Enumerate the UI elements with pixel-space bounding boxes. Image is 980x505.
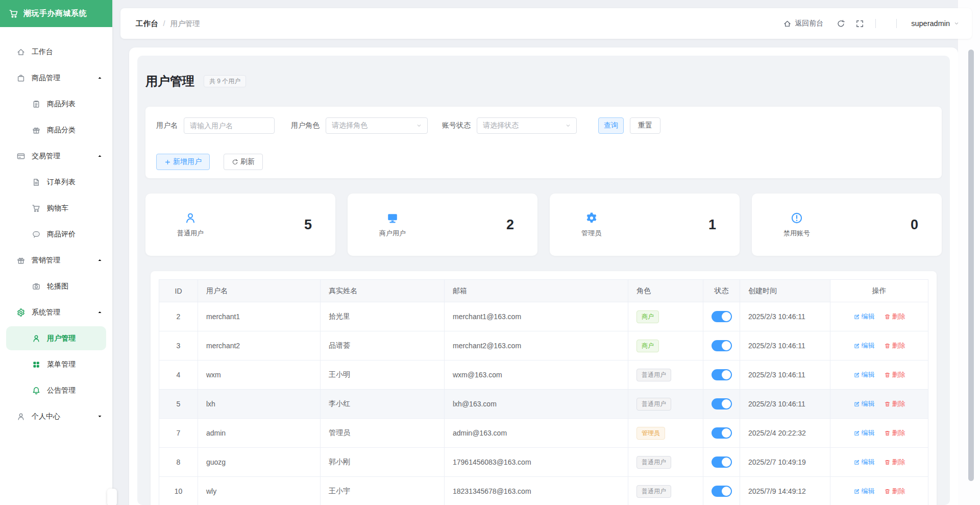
cart-icon [32,204,41,213]
delete-button[interactable]: 删除 [884,487,905,496]
sidebar-item-label: 购物车 [47,204,103,213]
user-menu[interactable]: superadmin [911,19,960,28]
stat-label: 商户用户 [379,229,406,238]
edit-button[interactable]: 编辑 [853,370,875,379]
gift-icon [32,126,41,135]
sidebar-item-menu-management[interactable]: 菜单管理 [0,351,112,377]
sidebar-menu: 工作台商品管理商品列表商品分类交易管理订单列表购物车商品评价营销管理轮播图系统管… [0,27,112,429]
column-header-actions: 操作 [830,280,928,302]
status-toggle[interactable] [712,369,732,380]
chevron-up-icon [96,257,103,263]
sidebar-item-label: 商品评价 [47,230,103,239]
edit-button[interactable]: 编辑 [853,341,875,350]
username-label: superadmin [911,19,950,28]
sidebar-item-marketing-management[interactable]: 营销管理 [0,247,112,273]
status-toggle[interactable] [712,311,732,322]
sidebar-item-product-category[interactable]: 商品分类 [0,117,112,143]
status-toggle[interactable] [712,398,732,410]
status-toggle[interactable] [712,486,732,497]
delete-button[interactable]: 删除 [884,428,905,438]
delete-button[interactable]: 删除 [884,370,905,379]
sidebar-item-label: 用户管理 [47,334,97,343]
status-toggle[interactable] [712,456,732,468]
sidebar-collapse-handle[interactable] [107,489,117,505]
stats-row: 普通用户5商户用户2管理员1禁用账号0 [145,194,942,256]
stat-icon-label: 普通用户 [177,211,204,238]
edit-label: 编辑 [862,487,875,496]
delete-button[interactable]: 删除 [884,399,905,408]
stat-value: 5 [304,217,312,233]
plus-icon [164,159,171,165]
sidebar-item-product-review[interactable]: 商品评价 [0,221,112,247]
scrollbar-thumb[interactable] [968,50,974,481]
status-toggle[interactable] [712,340,732,351]
edit-icon [853,372,860,378]
edit-label: 编辑 [862,341,875,350]
row-actions: 编辑删除 [832,428,926,438]
reset-button[interactable]: 重置 [630,117,660,134]
cell-created: 2025/2/7 10:49:19 [748,458,806,466]
sidebar-item-announcement-management[interactable]: 公告管理 [0,377,112,403]
chevron-up-icon [96,153,103,159]
sidebar-item-workbench[interactable]: 工作台 [0,39,112,65]
edit-button[interactable]: 编辑 [853,428,875,438]
cell-email: merchant1@163.com [453,312,521,321]
cell-username: merchant2 [206,342,240,350]
fullscreen-icon[interactable] [855,19,864,28]
search-button[interactable]: 查询 [598,117,624,134]
edit-button[interactable]: 编辑 [853,312,875,321]
cell-created: 2025/2/3 10:46:11 [748,371,805,379]
toggle-knob [722,458,731,467]
edit-button[interactable]: 编辑 [853,399,875,408]
sidebar-item-label: 个人中心 [32,412,96,421]
sidebar-item-carousel[interactable]: 轮播图 [0,273,112,299]
chevron-down-icon [416,123,422,129]
sidebar-item-order-list[interactable]: 订单列表 [0,169,112,195]
sidebar-item-product-management[interactable]: 商品管理 [0,65,112,91]
role-tag: 商户 [636,340,659,352]
edit-button[interactable]: 编辑 [853,458,875,467]
role-select[interactable]: 请选择角色 [326,117,428,134]
role-tag: 管理员 [636,427,665,440]
refresh-button[interactable]: 刷新 [224,154,263,170]
cell-id: 3 [177,342,181,350]
sidebar-item-trade-management[interactable]: 交易管理 [0,143,112,169]
camera-icon [32,282,41,291]
content-area: 用户管理 共 9 个用户 用户名 用户角色 请选择角色 账号状态 请选择状态 查… [137,56,950,505]
sidebar-item-personal-center[interactable]: 个人中心 [0,403,112,429]
add-user-button[interactable]: 新增用户 [156,154,210,170]
breadcrumb-home[interactable]: 工作台 [136,19,158,29]
delete-button[interactable]: 删除 [884,312,905,321]
column-header-email: 邮箱 [445,280,628,302]
cell-id: 8 [177,458,181,466]
role-tag: 普通用户 [636,485,671,498]
back-to-front-button[interactable]: 返回前台 [783,19,823,28]
chevron-up-icon [96,75,103,81]
cell-id: 10 [175,487,183,495]
column-header-role: 角色 [628,280,703,302]
edit-label: 编辑 [862,370,875,379]
edit-button[interactable]: 编辑 [853,487,875,496]
cell-created: 2025/2/3 10:46:11 [748,400,805,408]
role-tag: 普通用户 [636,369,671,381]
table-row: 4wxm王小明wxm@163.com普通用户2025/2/3 10:46:11编… [159,360,928,390]
user-icon [32,334,41,343]
cell-realname: 郭小刚 [329,458,350,466]
sidebar-item-system-management[interactable]: 系统管理 [0,299,112,325]
sidebar-item-product-list[interactable]: 商品列表 [0,91,112,117]
table-row: 3merchant2品谱荟merchant2@163.com商户2025/2/3… [159,331,928,360]
delete-icon [884,488,891,495]
delete-button[interactable]: 删除 [884,458,905,467]
username-input[interactable] [184,117,275,134]
sidebar-item-shopping-cart[interactable]: 购物车 [0,195,112,221]
grid-icon [32,360,41,369]
status-select[interactable]: 请选择状态 [477,117,577,134]
refresh-icon[interactable] [837,19,845,28]
status-toggle[interactable] [712,427,732,439]
card-icon [16,152,26,161]
table-row: 2merchant1拾光里merchant1@163.com商户2025/2/3… [159,302,928,331]
toggle-knob [722,399,731,408]
sidebar-item-user-management[interactable]: 用户管理 [6,326,106,350]
user-table-card: ID用户名真实姓名邮箱角色状态创建时间操作 2merchant1拾光里merch… [151,271,937,505]
delete-button[interactable]: 删除 [884,341,905,350]
